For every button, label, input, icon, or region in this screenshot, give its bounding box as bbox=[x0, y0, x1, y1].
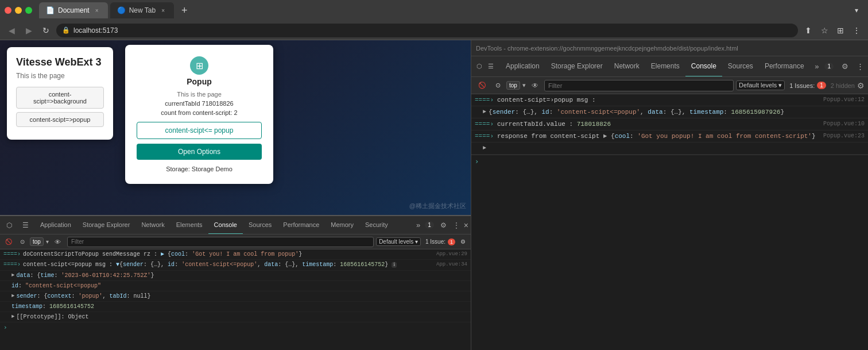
expand-arrow-5[interactable]: ► bbox=[11, 292, 14, 301]
dt-console-line-4: ====› response from content-scipt ► {coo… bbox=[471, 130, 868, 143]
background-btn[interactable]: content-scipt=>background bbox=[16, 87, 104, 109]
console-settings-icon[interactable]: ⚙ bbox=[857, 81, 865, 90]
console-line-7: ► [[Prototype]]: Object bbox=[0, 312, 471, 322]
tab-label-new: New Tab bbox=[129, 6, 156, 14]
dt-source-1: Popup.vue:12 bbox=[823, 95, 865, 105]
hidden-count: 2 hidden bbox=[831, 82, 855, 89]
dt-issues-badge: 1 bbox=[824, 63, 834, 70]
top-context-dropdown[interactable]: ▾ bbox=[522, 82, 526, 89]
dt-prompt: › bbox=[475, 157, 479, 166]
address-bar[interactable]: 🔒 localhost:5173 bbox=[56, 24, 798, 37]
line-prefix-1: ====› bbox=[3, 250, 21, 259]
share-button[interactable]: ⬆ bbox=[801, 24, 815, 37]
popup-count: count from content-script: 2 bbox=[137, 109, 262, 116]
eye-visibility-icon[interactable]: 👁 bbox=[528, 79, 542, 93]
settings-console-btn[interactable]: ⚙ bbox=[458, 238, 468, 245]
console-line-6: timestamp: 1685616145752 bbox=[0, 302, 471, 312]
dt-tab-network[interactable]: Network bbox=[609, 56, 645, 77]
close-btn[interactable] bbox=[5, 7, 11, 14]
close-devtools-btn[interactable]: × bbox=[464, 221, 468, 230]
more-options-icon[interactable]: ⋮ bbox=[451, 220, 462, 230]
eye-icon[interactable]: 👁 bbox=[51, 235, 65, 249]
clear-btn[interactable]: 🚫 bbox=[475, 80, 490, 90]
preserve-log-btn[interactable]: ⊙ bbox=[17, 238, 28, 245]
tab-memory[interactable]: Memory bbox=[325, 216, 359, 234]
tab-console[interactable]: Console bbox=[208, 216, 243, 234]
dt-tab-overflow[interactable]: » bbox=[812, 62, 821, 71]
tab-application[interactable]: Application bbox=[34, 216, 77, 234]
filter-input[interactable] bbox=[544, 80, 734, 91]
tab-network[interactable]: Network bbox=[135, 216, 170, 234]
issues-count-label: 1 Issues: bbox=[789, 82, 815, 89]
tab-elements[interactable]: Elements bbox=[170, 216, 208, 234]
devtools-tabs: ⬡ ☰ Application Storage Explorer Network… bbox=[471, 56, 868, 77]
dt-prefix-3: ====› bbox=[475, 120, 494, 129]
line-text-7: [[Prototype]]: Object bbox=[16, 313, 467, 321]
popup-btn[interactable]: content-scipt=>popup bbox=[16, 112, 104, 127]
top-context-label: top bbox=[506, 81, 520, 90]
dt-console-input[interactable] bbox=[482, 158, 865, 166]
tab-security[interactable]: Security bbox=[359, 216, 394, 234]
dt-inspect-icon[interactable]: ⬡ bbox=[474, 61, 485, 72]
popup-storage: Storage: Storage Demo bbox=[137, 166, 262, 172]
dt-settings-icon[interactable]: ⚙ bbox=[839, 61, 851, 72]
tab-overflow[interactable]: ▾ bbox=[850, 3, 863, 17]
dt-tab-console[interactable]: Console bbox=[685, 56, 722, 77]
bottom-console-output: ====› doContentScriptToPopup sendMessage… bbox=[0, 249, 471, 350]
menu-button[interactable]: ⋮ bbox=[850, 24, 863, 37]
tab-favicon-doc: 📄 bbox=[46, 6, 55, 14]
dt-tab-sources[interactable]: Sources bbox=[722, 56, 759, 77]
top-dropdown-arrow[interactable]: ▾ bbox=[46, 239, 49, 245]
maximize-btn[interactable] bbox=[25, 7, 32, 14]
tab-close-doc[interactable]: × bbox=[93, 6, 101, 14]
devtools-title-bar: DevTools - chrome-extension://gochnmmngg… bbox=[471, 40, 868, 56]
line-text-6: timestamp: 1685616145752 bbox=[11, 302, 467, 311]
content-popup-btn[interactable]: content-scipt<= popup bbox=[137, 122, 262, 139]
console-line-4: id: "content-scipt<=popup" bbox=[0, 281, 471, 291]
tab-close-new[interactable]: × bbox=[159, 6, 167, 14]
preserve-btn[interactable]: ⊙ bbox=[492, 80, 504, 90]
dt-more-icon[interactable]: ⋮ bbox=[854, 61, 866, 72]
dt-console-line-1: ====› content-scipt=›popup msg : Popup.v… bbox=[471, 94, 868, 106]
back-button[interactable]: ◀ bbox=[5, 24, 18, 37]
console-input[interactable] bbox=[10, 324, 467, 331]
dt-prefix-4: ====› bbox=[475, 132, 494, 141]
dt-device-icon[interactable]: ☰ bbox=[485, 61, 497, 72]
dt-tab-elements[interactable]: Elements bbox=[645, 56, 685, 77]
clear-console-btn[interactable]: 🚫 bbox=[2, 238, 15, 245]
new-tab-button[interactable]: + bbox=[176, 2, 192, 18]
tab-storage[interactable]: Storage Explorer bbox=[77, 216, 136, 234]
refresh-button[interactable]: ↻ bbox=[39, 24, 53, 37]
tab-sources[interactable]: Sources bbox=[243, 216, 277, 234]
console-output: ====› content-scipt=›popup msg : Popup.v… bbox=[471, 94, 868, 350]
issues-label: 1 Issue: bbox=[425, 239, 445, 245]
top-label: top bbox=[30, 237, 44, 246]
console-line-3: ► data: {time: '2023-06-01T10:42:25.752Z… bbox=[0, 271, 471, 281]
tab-newtab[interactable]: 🔵 New Tab × bbox=[110, 2, 174, 18]
tab-document[interactable]: 📄 Document × bbox=[39, 2, 108, 18]
bookmark-button[interactable]: ☆ bbox=[817, 24, 831, 37]
tab-overflow-btn[interactable]: » bbox=[414, 221, 423, 229]
dt-tab-storage[interactable]: Storage Explorer bbox=[545, 56, 609, 77]
line-text-1: doContentScriptToPopup sendMessage rz : … bbox=[23, 250, 434, 259]
console-input-line: › bbox=[0, 322, 471, 332]
minimize-btn[interactable] bbox=[15, 7, 22, 14]
open-options-btn[interactable]: Open Options bbox=[137, 144, 262, 160]
dt-device-icon[interactable]: ☰ bbox=[18, 218, 32, 232]
dt-tab-application[interactable]: Application bbox=[500, 56, 545, 77]
expand-arrow-7[interactable]: ► bbox=[11, 313, 14, 321]
settings-icon[interactable]: ⚙ bbox=[439, 220, 449, 230]
expand-icon-2[interactable]: ► bbox=[483, 107, 486, 117]
extensions-button[interactable]: ⊞ bbox=[834, 24, 847, 37]
tab-performance[interactable]: Performance bbox=[277, 216, 325, 234]
dt-inspect-icon[interactable]: ⬡ bbox=[2, 218, 16, 232]
dt-tab-performance[interactable]: Performance bbox=[759, 56, 810, 77]
dt-input-line: › bbox=[471, 155, 868, 168]
expand-icon-5[interactable]: ► bbox=[483, 144, 486, 153]
log-levels-dropdown[interactable]: Default levels ▾ bbox=[376, 237, 421, 246]
forward-button[interactable]: ▶ bbox=[22, 24, 36, 37]
line-text-4: id: "content-scipt<=popup" bbox=[11, 282, 467, 290]
log-level-dropdown[interactable]: Default levels ▾ bbox=[736, 80, 785, 90]
expand-arrow-3[interactable]: ► bbox=[11, 271, 14, 280]
console-filter-input[interactable] bbox=[67, 237, 374, 247]
